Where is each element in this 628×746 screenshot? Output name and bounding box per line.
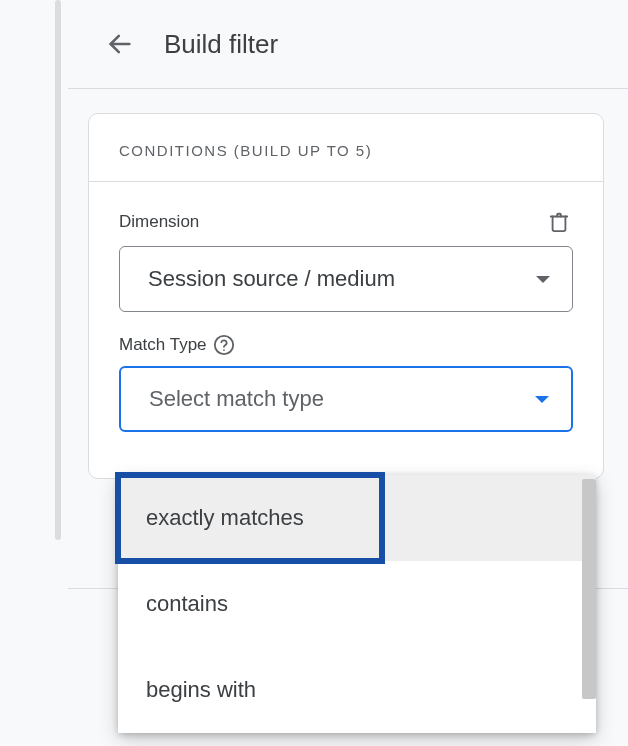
panel-header: Build filter (0, 0, 628, 88)
conditions-section-label: CONDITIONS (BUILD UP TO 5) (89, 114, 603, 182)
dimension-label-row: Dimension (119, 208, 573, 236)
page-title: Build filter (164, 29, 278, 60)
dimension-label: Dimension (119, 212, 199, 232)
match-type-dropdown: exactly matches contains begins with (118, 475, 596, 733)
dropdown-option-exactly-matches[interactable]: exactly matches (118, 475, 596, 561)
match-type-label: Match Type (119, 335, 207, 355)
match-type-label-row: Match Type (119, 334, 573, 356)
chevron-down-icon (535, 396, 549, 403)
dimension-select[interactable]: Session source / medium (119, 246, 573, 312)
match-type-select[interactable]: Select match type (119, 366, 573, 432)
dropdown-scrollbar[interactable] (582, 479, 596, 699)
dropdown-option-contains[interactable]: contains (118, 561, 596, 647)
panel-resize-edge (55, 0, 61, 540)
match-type-placeholder: Select match type (149, 386, 324, 412)
dimension-select-value: Session source / medium (148, 266, 395, 292)
delete-condition-button[interactable] (545, 208, 573, 236)
condition-row: Dimension Session source / medium Match … (89, 182, 603, 478)
svg-point-1 (214, 336, 232, 354)
trash-icon (548, 211, 570, 233)
conditions-card: CONDITIONS (BUILD UP TO 5) Dimension Ses… (88, 113, 604, 479)
header-divider (68, 88, 628, 89)
dropdown-option-begins-with[interactable]: begins with (118, 647, 596, 733)
arrow-back-icon (106, 30, 134, 58)
help-icon[interactable] (213, 334, 235, 356)
back-button[interactable] (100, 24, 140, 64)
chevron-down-icon (536, 276, 550, 283)
